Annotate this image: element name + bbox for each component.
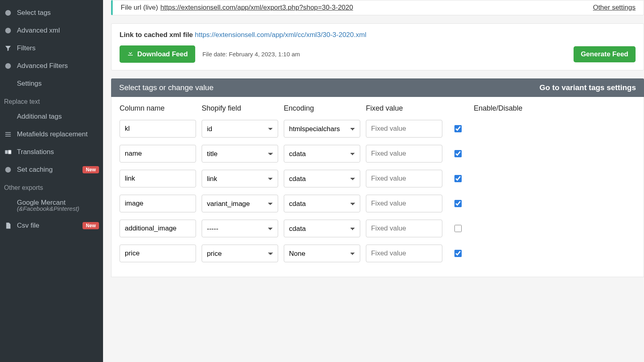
cached-xml-link[interactable]: https://extensionsell.com/app/xml/cc/xml… xyxy=(195,31,366,39)
dot-icon xyxy=(4,27,12,35)
enable-checkbox[interactable] xyxy=(454,225,462,232)
dot-icon xyxy=(4,62,12,70)
cached-feed-panel: Link to cached xml file https://extensio… xyxy=(111,23,644,70)
dot-icon xyxy=(4,9,12,17)
table-row: priceNone xyxy=(120,245,636,262)
tags-table-panel: Select tags or change value Go to varian… xyxy=(111,78,644,277)
csv-icon xyxy=(4,222,12,230)
enable-checkbox[interactable] xyxy=(454,150,462,157)
file-url-link[interactable]: https://extensionsell.com/app/xml/export… xyxy=(161,4,353,12)
table-row: linkcdata xyxy=(120,170,636,187)
sidebar-label: Csv file xyxy=(17,222,39,230)
shopify-field-select[interactable]: title xyxy=(202,145,278,162)
fixed-value-input[interactable] xyxy=(366,170,442,187)
column-name-input[interactable] xyxy=(120,170,196,187)
sidebar-section-replace-text: Replace text xyxy=(0,93,103,108)
encoding-select[interactable]: cdata xyxy=(284,170,360,187)
enable-checkbox[interactable] xyxy=(454,125,462,132)
th-encoding: Encoding xyxy=(284,104,360,113)
svg-rect-0 xyxy=(5,150,8,154)
th-column-name: Column name xyxy=(120,104,196,113)
sidebar-item-settings[interactable]: Settings xyxy=(0,75,103,93)
th-enable-disable: Enable/Disable xyxy=(474,104,530,113)
file-url-panel: File url (live) https://extensionsell.co… xyxy=(111,0,644,15)
enable-checkbox[interactable] xyxy=(454,200,462,207)
new-badge: New xyxy=(83,166,99,173)
sidebar-item-metafields[interactable]: Metafields replacement xyxy=(0,125,103,143)
funnel-icon xyxy=(4,44,12,52)
sidebar-label: Additional tags xyxy=(17,113,62,121)
fixed-value-input[interactable] xyxy=(366,120,442,138)
sidebar-item-set-caching[interactable]: Set caching New xyxy=(0,161,103,179)
sidebar-label: Settings xyxy=(17,80,41,88)
sidebar-label: Set caching xyxy=(17,166,53,174)
list-icon xyxy=(4,130,12,138)
sidebar: Select tags Advanced xml Filters Advance… xyxy=(0,0,103,362)
sidebar-item-additional-tags[interactable]: Additional tags xyxy=(0,108,103,125)
shopify-field-select[interactable]: price xyxy=(202,245,278,262)
column-name-input[interactable] xyxy=(120,220,196,237)
shopify-field-select[interactable]: variant_image xyxy=(202,195,278,212)
sidebar-label: Filters xyxy=(17,44,35,52)
column-name-input[interactable] xyxy=(120,195,196,212)
new-badge: New xyxy=(83,222,99,229)
translate-icon xyxy=(4,148,12,156)
sidebar-item-filters[interactable]: Filters xyxy=(0,39,103,57)
cached-xml-label: Link to cached xml file xyxy=(120,31,193,39)
encoding-select[interactable]: cdata xyxy=(284,195,360,212)
svg-rect-1 xyxy=(8,150,11,154)
sidebar-label: Translations xyxy=(17,148,54,156)
generate-feed-button[interactable]: Generate Feed xyxy=(574,46,636,62)
table-row: titlecdata xyxy=(120,145,636,162)
encoding-select[interactable]: htmlspecialchars xyxy=(284,120,360,138)
other-settings-link[interactable]: Other settings xyxy=(593,4,636,12)
shopify-field-select[interactable]: ----- xyxy=(202,220,278,237)
th-fixed-value: Fixed value xyxy=(366,104,442,113)
encoding-select[interactable]: cdata xyxy=(284,145,360,162)
sidebar-label: Advanced Filters xyxy=(17,62,68,70)
table-row: variant_imagecdata xyxy=(120,195,636,212)
fixed-value-input[interactable] xyxy=(366,220,442,237)
shopify-field-select[interactable]: link xyxy=(202,170,278,187)
column-name-input[interactable] xyxy=(120,120,196,138)
download-feed-label: Download Feed xyxy=(137,50,188,58)
shopify-field-select[interactable]: id xyxy=(202,120,278,138)
sidebar-item-advanced-filters[interactable]: Advanced Filters xyxy=(0,57,103,75)
sidebar-item-csv-file[interactable]: Csv file New xyxy=(0,217,103,234)
sidebar-item-google-mercant-sub: (&Facebook&Pinterest) xyxy=(0,205,103,217)
column-name-input[interactable] xyxy=(120,145,196,162)
enable-checkbox[interactable] xyxy=(454,175,462,182)
sidebar-label: Metafields replacement xyxy=(17,130,88,138)
dot-icon xyxy=(4,166,12,174)
fixed-value-input[interactable] xyxy=(366,145,442,162)
sidebar-item-translations[interactable]: Translations xyxy=(0,143,103,161)
enable-checkbox[interactable] xyxy=(454,250,462,257)
sidebar-label: Advanced xml xyxy=(17,27,60,35)
th-shopify-field: Shopify field xyxy=(202,104,278,113)
main-content: File url (live) https://extensionsell.co… xyxy=(103,0,644,362)
sidebar-label: Select tags xyxy=(17,9,51,17)
fixed-value-input[interactable] xyxy=(366,195,442,212)
sidebar-item-select-tags[interactable]: Select tags xyxy=(0,4,103,22)
encoding-select[interactable]: cdata xyxy=(284,220,360,237)
file-url-label: File url (live) xyxy=(121,4,158,12)
table-row: idhtmlspecialchars xyxy=(120,120,636,138)
table-head-row: Column name Shopify field Encoding Fixed… xyxy=(120,104,636,113)
sidebar-item-advanced-xml[interactable]: Advanced xml xyxy=(0,22,103,39)
variant-tags-link[interactable]: Go to variant tags settings xyxy=(539,83,636,92)
generate-feed-label: Generate Feed xyxy=(581,50,628,58)
table-row: -----cdata xyxy=(120,220,636,237)
fixed-value-input[interactable] xyxy=(366,245,442,262)
file-date-text: File date: February 4, 2023, 1:10 am xyxy=(202,51,300,58)
column-name-input[interactable] xyxy=(120,245,196,262)
encoding-select[interactable]: None xyxy=(284,245,360,262)
download-icon xyxy=(127,49,134,59)
table-title: Select tags or change value xyxy=(119,83,214,92)
sidebar-section-other-exports: Other exports xyxy=(0,179,103,194)
download-feed-button[interactable]: Download Feed xyxy=(120,45,195,63)
